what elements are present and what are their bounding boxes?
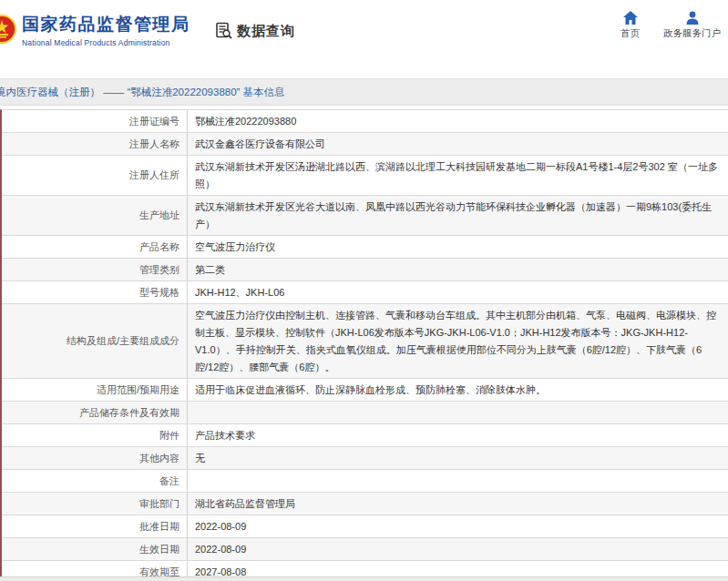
- row-value: 2022-08-09: [188, 538, 728, 560]
- row-value: 无: [188, 447, 728, 469]
- row-label: 产品储存条件及有效期: [2, 402, 188, 423]
- row-label: 生产地址: [2, 196, 188, 235]
- row-label: 型号规格: [2, 281, 188, 303]
- nav-home[interactable]: 首页: [620, 11, 640, 40]
- table-row: 型号规格 JKH-H12、JKH-L06: [2, 281, 728, 304]
- row-value: 武汉东湖新技术开发区光谷大道以南、凤凰中路以西光谷动力节能环保科技企业孵化器（加…: [188, 196, 728, 235]
- table-row: 结构及组成/主要组成成分 空气波压力治疗仪由控制主机、连接管路、气囊和移动台车组…: [2, 304, 728, 379]
- row-value: [188, 404, 728, 422]
- user-icon: [685, 11, 700, 25]
- header-nav: 首页 政务服务门户: [620, 11, 721, 40]
- table-row: 适用范围/预期用途 适用于临床促进血液循环、防止深静脉血栓形成、预防肺栓塞、消除…: [2, 379, 728, 402]
- nav-gov-portal[interactable]: 政务服务门户: [663, 11, 721, 40]
- row-label: 注册证编号: [2, 110, 188, 132]
- registration-detail-table: 注册证编号 鄂械注准20222093880 注册人名称 武汉金鑫谷医疗设备有限公…: [0, 109, 728, 581]
- row-label: 其他内容: [2, 447, 188, 469]
- row-value: 第二类: [188, 259, 728, 280]
- nav-home-label: 首页: [620, 27, 640, 40]
- table-row: 产品储存条件及有效期: [2, 402, 728, 424]
- table-row: 生效日期 2022-08-09: [2, 538, 728, 561]
- national-emblem-logo: [0, 15, 16, 44]
- table-row: 审批部门 湖北省药品监督管理局: [2, 493, 728, 515]
- row-label: 产品名称: [2, 236, 188, 258]
- row-label: 注册人住所: [2, 156, 188, 195]
- row-value: 适用于临床促进血液循环、防止深静脉血栓形成、预防肺栓塞、消除肢体水肿。: [188, 379, 728, 401]
- row-value: 鄂械注准20222093880: [188, 110, 728, 132]
- table-row: 备注: [2, 470, 728, 493]
- table-row: 其他内容 无: [2, 447, 728, 470]
- breadcrumb: 境内医疗器械（注册） —— “鄂械注准20222093880” 基本信息: [0, 86, 285, 99]
- row-value: 2022-08-09: [188, 515, 728, 537]
- agency-subtitle: National Medical Products Administration: [22, 38, 190, 47]
- row-label: 审批部门: [2, 493, 188, 515]
- breadcrumb-bar: 境内医疗器械（注册） —— “鄂械注准20222093880” 基本信息: [0, 78, 728, 106]
- table-row: 注册证编号 鄂械注准20222093880: [2, 110, 728, 133]
- table-row: 附件 产品技术要求: [2, 424, 728, 447]
- footer-strip: [0, 576, 728, 581]
- row-label: 附件: [2, 424, 188, 446]
- row-label: 备注: [2, 470, 188, 492]
- row-label: 生效日期: [2, 538, 188, 560]
- row-value: 空气波压力治疗仪由控制主机、连接管路、气囊和移动台车组成。其中主机部分由机箱、气…: [188, 304, 728, 378]
- table-row: 注册人名称 武汉金鑫谷医疗设备有限公司: [2, 133, 728, 156]
- agency-title: 国家药品监督管理局: [22, 13, 190, 36]
- row-value: 空气波压力治疗仪: [188, 236, 728, 258]
- row-label: 适用范围/预期用途: [2, 379, 188, 401]
- table-row: 注册人住所 武汉东湖新技术开发区汤逊湖北路以西、滨湖路以北理工大科技园研发基地二…: [2, 156, 728, 196]
- table-row: 批准日期 2022-08-09: [2, 515, 728, 538]
- table-row: 管理类别 第二类: [2, 259, 728, 281]
- row-label: 管理类别: [2, 259, 188, 280]
- row-value: 武汉东湖新技术开发区汤逊湖北路以西、滨湖路以北理工大科技园研发基地二期一标段A1…: [188, 156, 728, 195]
- brand-block: 国家药品监督管理局 National Medical Products Admi…: [22, 13, 190, 47]
- home-icon: [623, 11, 638, 25]
- row-value: JKH-H12、JKH-L06: [188, 281, 728, 303]
- table-row: 产品名称 空气波压力治疗仪: [2, 236, 728, 259]
- row-value: 武汉金鑫谷医疗设备有限公司: [188, 133, 728, 155]
- header: 国家药品监督管理局 National Medical Products Admi…: [0, 0, 728, 75]
- nav-gov-portal-label: 政务服务门户: [663, 27, 721, 40]
- document-search-icon: [215, 22, 233, 40]
- row-label: 批准日期: [2, 515, 188, 537]
- row-value: 湖北省药品监督管理局: [188, 493, 728, 515]
- row-value: [188, 473, 728, 490]
- table-row: 生产地址 武汉东湖新技术开发区光谷大道以南、凤凰中路以西光谷动力节能环保科技企业…: [2, 196, 728, 236]
- row-label: 结构及组成/主要组成成分: [2, 304, 188, 378]
- data-query-heading: 数据查询: [215, 22, 295, 40]
- row-label: 注册人名称: [2, 133, 188, 155]
- section-title: 数据查询: [237, 23, 295, 40]
- row-value: 产品技术要求: [188, 424, 728, 446]
